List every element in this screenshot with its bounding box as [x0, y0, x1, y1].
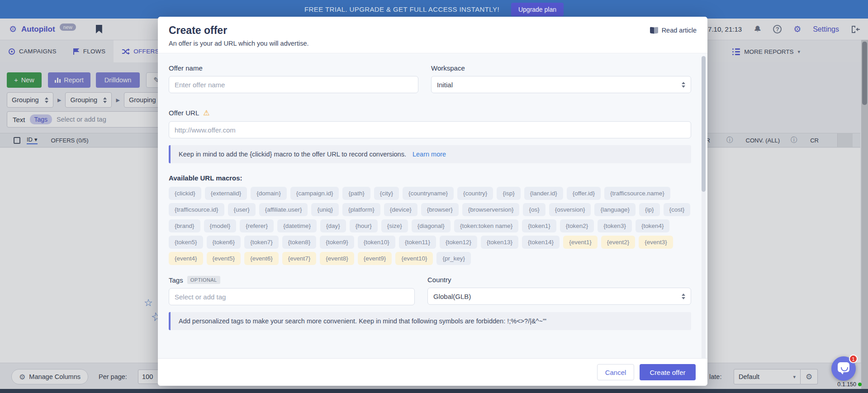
- status-dot: [858, 383, 862, 386]
- macro-pill[interactable]: {token4}: [636, 219, 670, 232]
- read-article-link[interactable]: Read article: [650, 27, 697, 34]
- promo-text: FREE TRIAL. UPGRADE & GET FULL ACCESS IN…: [304, 5, 499, 13]
- macro-pill[interactable]: {uniq}: [311, 203, 339, 216]
- macro-pill[interactable]: {event4}: [169, 252, 203, 265]
- macro-pill[interactable]: {event6}: [244, 252, 279, 265]
- macro-pill[interactable]: {externalid}: [205, 187, 247, 200]
- macro-pill[interactable]: {country}: [457, 187, 493, 200]
- macro-pill[interactable]: {diagonal}: [412, 219, 451, 232]
- offer-url-input[interactable]: [169, 121, 691, 138]
- macro-pill[interactable]: {token:token name}: [454, 219, 518, 232]
- modal-footer: Cancel Create offer: [158, 358, 707, 386]
- macro-pill[interactable]: {browserversion}: [462, 203, 520, 216]
- macro-pill[interactable]: {event10}: [395, 252, 433, 265]
- promo-banner: FREE TRIAL. UPGRADE & GET FULL ACCESS IN…: [0, 0, 868, 19]
- macro-pill[interactable]: {lander.id}: [524, 187, 563, 200]
- create-offer-button[interactable]: Create offer: [640, 364, 696, 380]
- offer-url-label: Offer URL: [169, 109, 199, 117]
- macro-pill[interactable]: {cost}: [664, 203, 691, 216]
- macro-pill[interactable]: {token5}: [169, 236, 203, 249]
- macros-label: Available URL macros:: [169, 174, 691, 182]
- macro-pill[interactable]: {event8}: [320, 252, 354, 265]
- tags-note: Add personalized tags to make your searc…: [169, 312, 691, 330]
- macro-pill[interactable]: {device}: [384, 203, 417, 216]
- macro-pill[interactable]: {token6}: [207, 236, 241, 249]
- macro-pill[interactable]: {event3}: [639, 236, 673, 249]
- macro-pill[interactable]: {city}: [374, 187, 399, 200]
- workspace-select[interactable]: Initial: [431, 76, 691, 93]
- macro-pill[interactable]: {domain}: [251, 187, 286, 200]
- tags-note-text: Add personalized tags to make your searc…: [179, 317, 546, 325]
- workspace-value: Initial: [437, 81, 453, 89]
- macro-pill[interactable]: {ip}: [639, 203, 660, 216]
- macro-pill[interactable]: {trafficsource.name}: [604, 187, 670, 200]
- offer-name-input[interactable]: [169, 76, 418, 93]
- read-article-label: Read article: [662, 27, 697, 34]
- macro-pill[interactable]: {token8}: [282, 236, 317, 249]
- macro-pill[interactable]: {path}: [342, 187, 370, 200]
- clickid-note: Keep in mind to add the {clickid} macro …: [169, 145, 691, 163]
- macro-pill[interactable]: {token3}: [598, 219, 632, 232]
- modal-title: Create offer: [169, 24, 697, 37]
- country-label: Country: [427, 276, 691, 284]
- chat-unread-badge: 1: [849, 355, 858, 363]
- macro-pill[interactable]: {platform}: [342, 203, 380, 216]
- macro-pill[interactable]: {event9}: [358, 252, 392, 265]
- bottom-strip: [0, 389, 868, 393]
- modal-scrollbar[interactable]: [702, 56, 706, 358]
- macro-pill[interactable]: {event1}: [563, 236, 598, 249]
- screen: FREE TRIAL. UPGRADE & GET FULL ACCESS IN…: [0, 0, 868, 393]
- modal-scrollbar-thumb[interactable]: [702, 56, 706, 192]
- learn-more-link[interactable]: Learn more: [413, 151, 446, 158]
- updown-chevron-icon: [682, 82, 685, 88]
- macro-pill[interactable]: {hour}: [350, 219, 378, 232]
- book-icon: [650, 27, 658, 33]
- updown-chevron-icon: [682, 294, 685, 299]
- macro-pill[interactable]: {token13}: [481, 236, 518, 249]
- macro-pill[interactable]: {user}: [228, 203, 256, 216]
- macros-list: {clickid} {externalid} {domain} {campaig…: [169, 187, 693, 265]
- country-value: Global(GLB): [433, 293, 471, 300]
- macro-pill[interactable]: {countryname}: [403, 187, 454, 200]
- macro-pill[interactable]: {token11}: [399, 236, 436, 249]
- macro-pill[interactable]: {language}: [594, 203, 636, 216]
- cancel-button[interactable]: Cancel: [597, 364, 634, 380]
- macro-pill[interactable]: {affiliate.user}: [259, 203, 308, 216]
- version-label: 0.1.150: [837, 381, 862, 388]
- macro-pill[interactable]: {token1}: [522, 219, 556, 232]
- macro-pill[interactable]: {size}: [381, 219, 408, 232]
- macro-pill[interactable]: {offer.id}: [567, 187, 601, 200]
- macro-pill[interactable]: {token7}: [244, 236, 279, 249]
- macro-pill[interactable]: {referer}: [240, 219, 274, 232]
- macro-pill[interactable]: {event2}: [601, 236, 636, 249]
- workspace-label: Workspace: [431, 64, 691, 72]
- macro-pill[interactable]: {campaign.id}: [290, 187, 339, 200]
- tags-input[interactable]: [169, 288, 415, 305]
- modal-subtitle: An offer is your ad URL which you will a…: [169, 40, 697, 47]
- macro-pill[interactable]: {token14}: [522, 236, 560, 249]
- macro-pill[interactable]: {pr_key}: [436, 252, 471, 265]
- macro-pill[interactable]: {event5}: [207, 252, 241, 265]
- offer-name-label: Offer name: [169, 64, 418, 72]
- macro-pill[interactable]: {isp}: [497, 187, 520, 200]
- macro-pill[interactable]: {token9}: [320, 236, 354, 249]
- macro-pill[interactable]: {model}: [204, 219, 237, 232]
- upgrade-plan-button[interactable]: Upgrade plan: [511, 3, 564, 16]
- macro-pill[interactable]: {event7}: [282, 252, 317, 265]
- macro-pill[interactable]: {os}: [523, 203, 545, 216]
- macro-pill[interactable]: {brand}: [169, 219, 200, 232]
- macro-pill[interactable]: {token12}: [440, 236, 477, 249]
- version-number: 0.1.150: [837, 381, 856, 388]
- create-offer-modal: Create offer An offer is your ad URL whi…: [158, 17, 707, 386]
- macro-pill[interactable]: {osversion}: [549, 203, 591, 216]
- macro-pill[interactable]: {token10}: [358, 236, 395, 249]
- macro-pill[interactable]: {datetime}: [277, 219, 317, 232]
- macro-pill[interactable]: {browser}: [421, 203, 459, 216]
- clickid-note-text: Keep in mind to add the {clickid} macro …: [179, 151, 406, 158]
- macro-pill[interactable]: {trafficsource.id}: [169, 203, 224, 216]
- macro-pill[interactable]: {clickid}: [169, 187, 201, 200]
- macro-pill[interactable]: {token2}: [560, 219, 594, 232]
- country-select[interactable]: Global(GLB): [427, 288, 691, 305]
- chat-widget-button[interactable]: 1: [831, 356, 856, 381]
- macro-pill[interactable]: {day}: [320, 219, 346, 232]
